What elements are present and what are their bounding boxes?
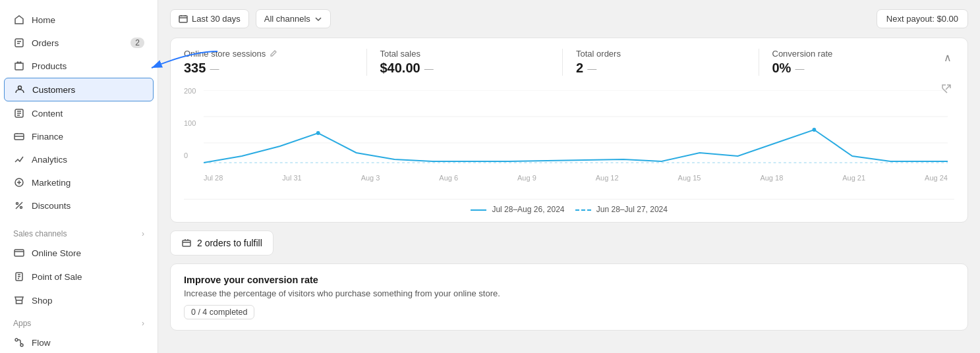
sales-channels-label: Sales channels <box>13 229 67 238</box>
chart-y-labels: 200 100 0 <box>184 87 196 159</box>
sidebar-item-online-store-label: Online Store <box>32 248 81 258</box>
chart-legend: Jul 28–Aug 26, 2024 Jun 28–Jul 27, 2024 <box>184 199 954 222</box>
conversion-card: Improve your conversion rate Increase th… <box>170 263 968 331</box>
stat-total-orders: Total orders 2 — <box>576 49 745 76</box>
customers-icon <box>14 84 26 95</box>
sidebar-item-point-of-sale[interactable]: Point of Sale <box>4 265 154 288</box>
svg-point-1 <box>18 86 22 90</box>
sidebar-item-shop-label: Shop <box>32 296 53 306</box>
products-icon <box>13 60 25 72</box>
edit-icon[interactable] <box>269 49 277 58</box>
top-bar: Last 30 days All channels Next payout: $… <box>170 9 968 28</box>
chevron-down-icon <box>314 15 322 23</box>
payout-label: Next payout: $0.00 <box>886 14 958 24</box>
stat-total-sales: Total sales $40.00 — <box>380 49 550 76</box>
main-content: Last 30 days All channels Next payout: $… <box>158 0 980 353</box>
sidebar-item-shop[interactable]: Shop <box>4 289 154 312</box>
svg-point-20 <box>812 128 816 132</box>
sidebar-item-analytics[interactable]: Analytics <box>4 148 154 171</box>
sales-channels-chevron-icon: › <box>142 229 144 238</box>
sidebar-item-finance[interactable]: Finance <box>4 125 154 148</box>
marketing-icon <box>13 176 25 188</box>
chart-svg <box>204 90 948 171</box>
date-filter-button[interactable]: Last 30 days <box>170 9 249 28</box>
sidebar-item-online-store[interactable]: Online Store <box>4 242 154 264</box>
home-icon <box>13 14 25 26</box>
sidebar-item-point-of-sale-label: Point of Sale <box>32 272 82 282</box>
sidebar-item-marketing[interactable]: Marketing <box>4 171 154 194</box>
svg-rect-14 <box>179 16 187 22</box>
chart-expand-icon[interactable] <box>941 84 952 96</box>
apps-chevron-icon: › <box>142 319 144 328</box>
stat-online-sessions-label: Online store sessions <box>184 49 340 59</box>
sales-channels-section[interactable]: Sales channels › <box>0 223 158 241</box>
apps-label: Apps <box>13 319 31 328</box>
collapse-icon[interactable]: ∧ <box>941 49 954 67</box>
discounts-icon <box>13 200 25 211</box>
sidebar: Home Orders 2 Products <box>0 0 158 353</box>
stat-conversion-rate: Conversion rate 0% — <box>772 49 942 76</box>
sidebar-item-home-label: Home <box>32 15 55 25</box>
svg-point-6 <box>20 207 22 209</box>
sidebar-item-flow-label: Flow <box>32 338 51 348</box>
conversion-title: Improve your conversion rate <box>184 275 954 285</box>
conversion-desc: Increase the percentage of visitors who … <box>184 288 954 298</box>
chart-area: 200 100 0 Jul 28 <box>184 84 954 199</box>
stat-online-sessions-value: 335 — <box>184 61 340 76</box>
sidebar-item-customers[interactable]: Customers <box>4 78 154 101</box>
package-icon <box>181 238 192 248</box>
finance-icon <box>13 130 25 142</box>
svg-rect-7 <box>14 250 24 256</box>
online-store-icon <box>13 247 25 259</box>
shop-icon <box>13 294 25 306</box>
flow-icon <box>13 337 25 348</box>
sidebar-item-discounts[interactable]: Discounts <box>4 194 154 217</box>
chart-x-labels: Jul 28 Jul 31 Aug 3 Aug 6 Aug 9 Aug 12 A… <box>204 174 948 184</box>
svg-point-19 <box>316 131 320 135</box>
sidebar-item-discounts-label: Discounts <box>32 201 71 211</box>
sidebar-item-products-label: Products <box>32 61 67 71</box>
content-icon <box>13 107 25 119</box>
analytics-icon <box>13 153 25 165</box>
fulfill-orders-button[interactable]: 2 orders to fulfill <box>170 231 274 256</box>
sidebar-item-flow[interactable]: Flow <box>4 331 154 353</box>
sidebar-item-orders-label: Orders <box>32 38 59 48</box>
completed-badge: 0 / 4 completed <box>184 305 254 319</box>
svg-point-9 <box>15 339 18 341</box>
sidebar-item-content-label: Content <box>32 109 63 119</box>
stats-card: Online store sessions 335 — Total sales <box>170 38 968 223</box>
payout-button[interactable]: Next payout: $0.00 <box>877 9 968 28</box>
calendar-icon <box>179 14 188 24</box>
svg-point-5 <box>16 203 18 205</box>
sidebar-item-analytics-label: Analytics <box>32 155 67 165</box>
apps-section[interactable]: Apps › <box>0 312 158 331</box>
svg-rect-21 <box>183 240 190 246</box>
fulfill-orders-label: 2 orders to fulfill <box>197 238 262 248</box>
sidebar-item-content[interactable]: Content <box>4 102 154 124</box>
legend-previous-line <box>575 209 591 211</box>
sidebar-item-customers-label: Customers <box>32 85 75 95</box>
sidebar-item-finance-label: Finance <box>32 132 63 142</box>
svg-rect-0 <box>15 39 23 47</box>
sidebar-item-products[interactable]: Products <box>4 55 154 77</box>
sidebar-item-orders[interactable]: Orders 2 <box>4 32 154 54</box>
channel-filter-label: All channels <box>264 14 310 24</box>
point-of-sale-icon <box>13 271 25 283</box>
legend-current-line <box>471 209 486 211</box>
orders-badge: 2 <box>130 38 144 48</box>
stats-card-header: Online store sessions 335 — Total sales <box>184 49 954 84</box>
orders-icon <box>13 37 25 49</box>
date-filter-label: Last 30 days <box>192 14 241 24</box>
stats-row: Online store sessions 335 — Total sales <box>184 49 941 76</box>
stat-online-sessions: Online store sessions 335 — <box>184 49 353 76</box>
sidebar-item-home[interactable]: Home <box>4 9 154 31</box>
sidebar-item-marketing-label: Marketing <box>32 178 71 188</box>
channel-filter-button[interactable]: All channels <box>256 9 331 28</box>
